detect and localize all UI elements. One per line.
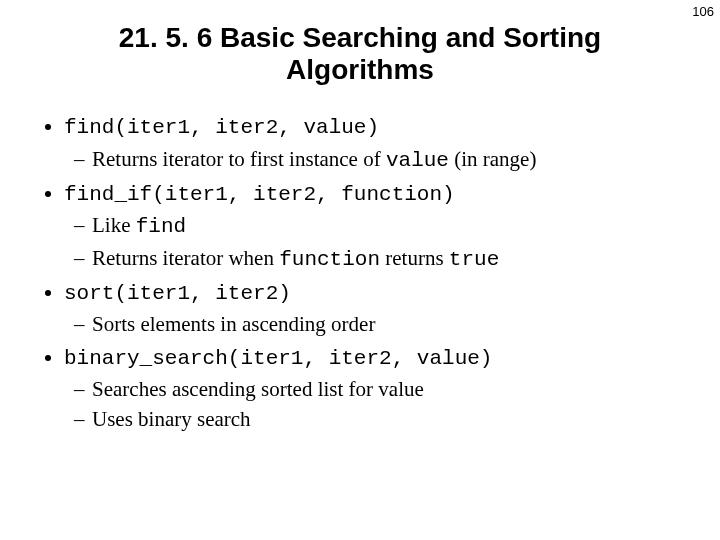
sub-list-item: Searches ascending sorted list for value [92, 375, 684, 403]
body-text: Like [92, 213, 136, 237]
sub-list: Sorts elements in ascending order [64, 310, 684, 338]
code-text: find [136, 215, 186, 238]
list-item: sort(iter1, iter2)Sorts elements in asce… [64, 278, 684, 339]
sub-list-item: Uses binary search [92, 405, 684, 433]
code-text: find(iter1, iter2, value) [64, 116, 379, 139]
sub-list-item: Returns iterator when function returns t… [92, 244, 684, 274]
page-number: 106 [692, 4, 714, 19]
slide-content: find(iter1, iter2, value)Returns iterato… [36, 112, 684, 433]
list-item: find_if(iter1, iter2, function)Like find… [64, 179, 684, 274]
body-text: returns [380, 246, 449, 270]
body-text: Uses binary search [92, 407, 251, 431]
list-item: find(iter1, iter2, value)Returns iterato… [64, 112, 684, 175]
list-item: binary_search(iter1, iter2, value)Search… [64, 343, 684, 434]
sub-list: Searches ascending sorted list for value… [64, 375, 684, 434]
body-text: Searches ascending sorted list for value [92, 377, 424, 401]
code-text: binary_search(iter1, iter2, value) [64, 347, 492, 370]
sub-list: Returns iterator to first instance of va… [64, 145, 684, 175]
body-text: Returns iterator when [92, 246, 279, 270]
slide-title: 21. 5. 6 Basic Searching and Sorting Alg… [90, 22, 630, 86]
sub-list-item: Returns iterator to first instance of va… [92, 145, 684, 175]
sub-list-item: Sorts elements in ascending order [92, 310, 684, 338]
code-text: true [449, 248, 499, 271]
code-text: sort(iter1, iter2) [64, 282, 291, 305]
code-text: function [279, 248, 380, 271]
sub-list-item: Like find [92, 211, 684, 241]
code-text: find_if(iter1, iter2, function) [64, 183, 455, 206]
body-text: Returns iterator to first instance of [92, 147, 386, 171]
code-text: value [386, 149, 449, 172]
bullet-list: find(iter1, iter2, value)Returns iterato… [36, 112, 684, 433]
body-text: Sorts elements in ascending order [92, 312, 375, 336]
body-text: (in range) [449, 147, 536, 171]
sub-list: Like findReturns iterator when function … [64, 211, 684, 274]
